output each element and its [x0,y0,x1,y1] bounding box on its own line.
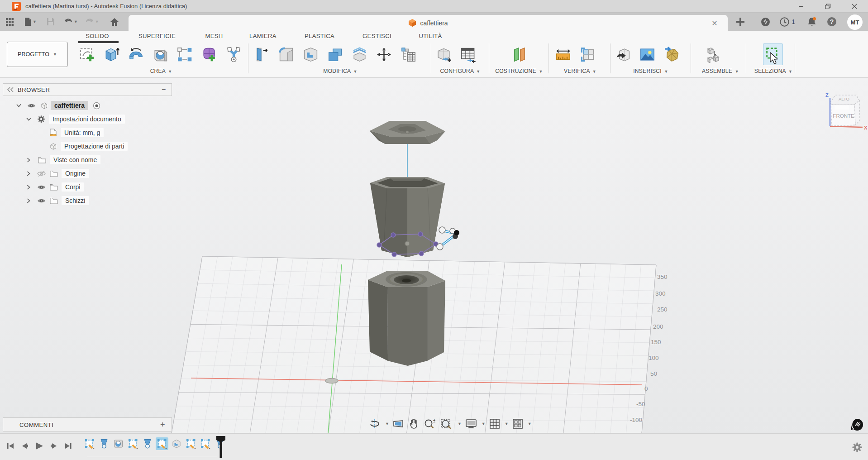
display-settings-button[interactable] [464,417,478,430]
group-label-modifica[interactable]: MODIFICA ▼ [252,68,429,74]
redo-button[interactable]: ▼ [83,15,101,29]
group-label-configura[interactable]: CONFIGURA ▼ [434,68,487,74]
fit-button[interactable] [439,417,454,430]
file-menu-button[interactable]: ▼ [22,15,38,29]
restore-button[interactable] [818,0,838,13]
tree-row-document-settings[interactable]: Impostazioni documento [3,112,172,126]
create-sketch-button[interactable] [77,43,97,65]
orbit-button[interactable] [367,417,382,430]
timeline-feature-extrude[interactable] [170,437,183,450]
revolve-button[interactable] [126,43,146,65]
chevron-down-icon[interactable]: ▼ [385,422,389,426]
save-button[interactable] [45,15,57,29]
measure-button[interactable] [553,43,573,65]
project-dropdown-button[interactable]: PROGETTO ▼ [7,42,68,67]
chevron-down-icon[interactable] [14,101,24,110]
group-label-seleziona[interactable]: SELEZIONA ▼ [749,68,798,74]
eye-icon[interactable] [36,182,46,192]
tree-row-bodies[interactable]: Corpi [3,180,172,194]
minimize-panel-icon[interactable]: − [162,86,166,94]
chevron-right-icon[interactable] [24,168,33,178]
tab-utilita[interactable]: UTILITÀ [419,33,442,39]
chevron-down-icon[interactable]: ▼ [482,422,486,426]
chevron-down-icon[interactable]: ▼ [458,422,462,426]
model-lid-body[interactable] [370,121,445,144]
activate-component-radio[interactable] [92,101,102,110]
add-comment-button[interactable]: + [160,420,165,430]
step-back-button[interactable] [20,441,30,451]
tab-gestisci[interactable]: GESTISCI [362,33,391,39]
sketch-handle-joint[interactable] [437,227,459,250]
generative-design-button[interactable] [224,43,243,65]
tab-mesh[interactable]: MESH [205,33,223,39]
settings-gear-button[interactable] [852,442,863,453]
group-label-assemble[interactable]: ASSEMBLE ▼ [697,68,744,74]
tree-item-label[interactable]: Origine [62,169,89,178]
viewports-button[interactable] [511,417,525,430]
tree-item-label[interactable]: Unità: mm, g [61,128,104,137]
tree-item-label[interactable]: Viste con nome [50,155,100,164]
go-to-start-button[interactable] [5,441,15,451]
press-pull-button[interactable] [252,43,272,65]
tree-item-label[interactable]: Schizzi [62,196,89,205]
grid-snap-button[interactable] [488,417,501,430]
look-at-button[interactable] [391,417,405,430]
chevron-down-icon[interactable]: ▼ [505,422,509,426]
zoom-button[interactable]: ± [422,417,437,430]
help-button[interactable]: ? [826,14,837,29]
eye-icon[interactable] [36,196,46,206]
undo-button[interactable]: ▼ [62,15,80,29]
view-cube-right-face[interactable] [854,101,860,125]
group-label-verifica[interactable]: VERIFICA ▼ [553,68,607,74]
section-analysis-button[interactable] [577,43,597,65]
timeline-feature-sketch[interactable] [127,437,139,450]
tree-row-origin[interactable]: Origine [3,167,172,180]
construction-plane-button[interactable] [509,43,529,65]
combine-button[interactable] [325,43,345,65]
tree-item-label[interactable]: caffettiera [51,101,88,110]
chevron-down-icon[interactable] [24,114,33,124]
origin-marker[interactable] [325,379,338,383]
tree-row-sketches[interactable]: Schizzi [3,194,172,207]
viewport-3d[interactable]: 350 300 250 200 150 100 50 0 -50 -100 [0,78,868,433]
change-parameters-button[interactable] [398,43,418,65]
insert-canvas-button[interactable] [637,43,657,65]
shell-button[interactable] [300,43,320,65]
view-cube[interactable]: ALTO FRONTE Z X [813,86,868,136]
job-status-button[interactable] [760,14,771,29]
extrude-button[interactable] [101,43,121,65]
timeline-feature-revolve[interactable] [98,437,110,450]
notifications-button[interactable] [806,14,817,29]
collapse-panel-icon[interactable] [7,87,14,92]
new-configuration-button[interactable] [434,43,453,65]
pan-button[interactable] [407,417,420,430]
timeline-feature-sketch[interactable] [185,437,197,450]
tree-row-design-type[interactable]: Progettazione di parti [3,139,172,153]
tree-row-units[interactable]: Unità: mm, g [3,126,172,139]
insert-derive-button[interactable] [613,43,633,65]
document-tab-close-button[interactable]: ✕ [710,18,720,28]
document-tab[interactable]: caffettiera ✕ [129,15,728,31]
group-label-crea[interactable]: CREA ▼ [77,68,245,74]
group-label-inserisci[interactable]: INSERISCI ▼ [613,68,689,74]
view-cube-top-label[interactable]: ALTO [839,96,849,101]
tree-item-label[interactable]: Corpi [62,182,84,192]
tab-superficie[interactable]: SUPERFICIE [138,33,176,39]
move-copy-button[interactable] [374,43,394,65]
new-document-button[interactable] [735,14,745,29]
play-button[interactable] [34,441,44,451]
model-base-body[interactable] [368,271,445,366]
chevron-right-icon[interactable] [24,196,33,206]
tree-row-named-views[interactable]: Viste con nome [3,153,172,167]
timeline-feature-primitive[interactable] [112,437,125,450]
tree-row-component[interactable]: caffettiera [3,99,172,112]
configuration-table-button[interactable] [458,43,478,65]
app-launcher-button[interactable] [4,15,16,29]
timeline-feature-sketch[interactable] [156,437,168,450]
tab-solido[interactable]: SOLIDO [86,33,109,39]
view-cube-front-label[interactable]: FRONTE [833,113,854,119]
timeline-playhead[interactable] [216,435,226,459]
minimize-button[interactable] [791,0,811,13]
insert-mesh-button[interactable] [662,43,682,65]
browser-panel-header[interactable]: BROWSER − [3,83,172,96]
